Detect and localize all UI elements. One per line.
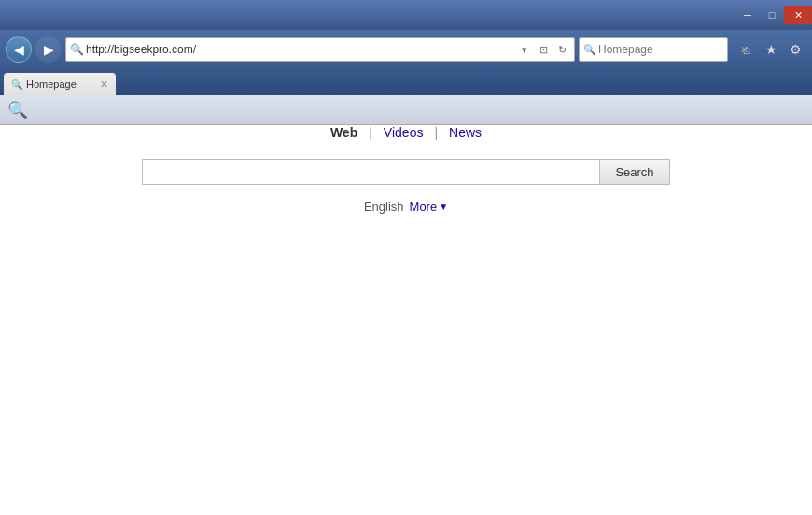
language-label: English bbox=[364, 200, 404, 214]
toolbar-search-icon: 🔍 bbox=[7, 100, 28, 120]
tab-homepage[interactable]: 🔍 Homepage ✕ bbox=[4, 73, 116, 95]
maximize-button[interactable]: □ bbox=[760, 6, 784, 24]
address-bar: 🔍 ▾ ⊡ ↻ bbox=[65, 37, 575, 62]
settings-button[interactable]: ⚙ bbox=[784, 38, 806, 61]
tab-close-button[interactable]: ✕ bbox=[100, 78, 108, 90]
favorites-button[interactable]: ★ bbox=[760, 38, 782, 61]
more-arrow-icon: ▼ bbox=[439, 202, 448, 212]
nav-news[interactable]: News bbox=[449, 125, 482, 140]
navigation-bar: ◀ ▶ 🔍 ▾ ⊡ ↻ 🔍 ✕ ⌂ ★ ⚙ bbox=[0, 30, 812, 69]
address-actions: ▾ ⊡ ↻ bbox=[516, 41, 570, 58]
search-button[interactable]: Search bbox=[599, 159, 669, 185]
more-label: More bbox=[410, 200, 438, 214]
address-icon: 🔍 bbox=[70, 43, 84, 56]
title-bar: ─ □ ✕ bbox=[0, 0, 812, 30]
more-link[interactable]: More ▼ bbox=[410, 200, 449, 214]
language-row: English More ▼ bbox=[364, 200, 448, 214]
nav-search-icon: 🔍 bbox=[583, 44, 596, 56]
separator-1: | bbox=[369, 125, 372, 140]
tab-label: Homepage bbox=[26, 78, 77, 90]
nav-videos[interactable]: Videos bbox=[384, 125, 424, 140]
nav-web: Web bbox=[330, 125, 357, 140]
nav-search-input[interactable] bbox=[598, 43, 738, 56]
close-button[interactable]: ✕ bbox=[784, 6, 812, 24]
back-button[interactable]: ◀ bbox=[6, 36, 32, 63]
nav-search-bar: 🔍 ✕ bbox=[579, 37, 728, 62]
tab-icon: 🔍 bbox=[11, 79, 22, 90]
search-box-row: Search bbox=[142, 159, 669, 185]
nav-right-buttons: ⌂ ★ ⚙ bbox=[735, 38, 806, 61]
refresh-button[interactable]: ↻ bbox=[553, 41, 570, 58]
address-input[interactable] bbox=[86, 43, 514, 56]
home-button[interactable]: ⌂ bbox=[735, 38, 758, 61]
separator-2: | bbox=[434, 125, 438, 140]
toolbar: 🔍 bbox=[0, 95, 812, 125]
minimize-button[interactable]: ─ bbox=[735, 6, 760, 24]
tab-bar: 🔍 Homepage ✕ bbox=[0, 69, 812, 95]
forward-button[interactable]: ▶ bbox=[35, 36, 62, 63]
search-input[interactable] bbox=[142, 159, 599, 185]
search-arrow-button[interactable]: ▾ bbox=[516, 41, 533, 58]
search-navigation: Web | Videos | News bbox=[330, 125, 482, 140]
page-content: Web | Videos | News Search English More … bbox=[0, 125, 812, 214]
new-tab-area[interactable] bbox=[116, 69, 812, 95]
window-controls: ─ □ ✕ bbox=[735, 6, 812, 24]
compat-button[interactable]: ⊡ bbox=[535, 41, 552, 58]
